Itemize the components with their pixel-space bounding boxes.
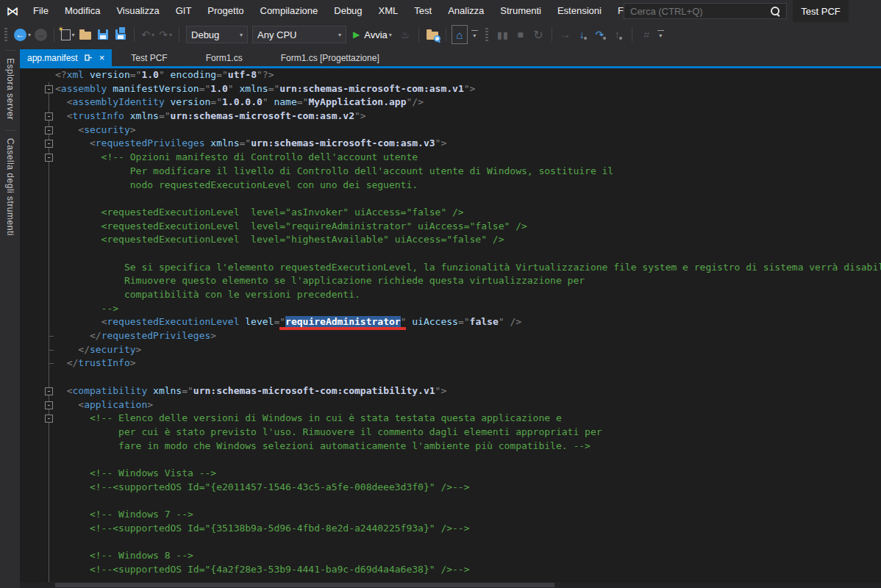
code-text: Per modificare il livello di Controllo d… [55, 165, 613, 179]
search-input[interactable] [624, 6, 770, 17]
hot-reload-button[interactable]: ♨ [397, 25, 413, 44]
stop-button[interactable]: ■ [513, 25, 529, 44]
step-out-button[interactable]: ↑ [610, 25, 627, 44]
code-token: urn:schemas-microsoft-com:compatibility.… [193, 385, 435, 396]
code-token: "?> [257, 69, 274, 80]
open-file-button[interactable] [77, 25, 93, 44]
pin-icon[interactable] [85, 54, 93, 62]
code-token: assembly [61, 83, 107, 94]
fold-collapse-icon[interactable]: - [45, 140, 53, 148]
menu-item-test[interactable]: Test [406, 0, 440, 22]
menu-item-estensioni[interactable]: Estensioni [549, 0, 610, 22]
close-icon[interactable]: × [99, 52, 105, 63]
menu-item-visualizza[interactable]: Visualizza [108, 0, 167, 22]
pause-button[interactable]: ▮▮ [495, 25, 511, 44]
tab-test-pcf[interactable]: Test PCF [112, 49, 186, 66]
code-token: " [263, 96, 268, 107]
save-all-button[interactable] [113, 25, 129, 44]
outlining-margin [20, 343, 55, 357]
chevron-down-icon: ▾ [72, 32, 75, 38]
code-text: </requestedPrivileges> [55, 329, 216, 343]
outlining-margin [20, 247, 55, 261]
quick-search-box[interactable] [624, 3, 787, 19]
toolbar-grip[interactable] [485, 28, 488, 41]
code-analysis-button[interactable]: ⌗ [638, 25, 654, 44]
save-button[interactable] [95, 25, 111, 44]
fold-collapse-icon[interactable]: - [45, 85, 53, 93]
code-token: nodo requestedExecutionLevel con uno dei… [55, 179, 418, 190]
navigate-back-button[interactable]: ← ▾ [14, 25, 31, 44]
outlining-margin [20, 288, 55, 302]
tab-form1-cs[interactable]: Form1.cs [187, 49, 262, 66]
account-button[interactable]: Test PCF [793, 0, 849, 22]
fold-collapse-icon[interactable]: - [45, 415, 53, 423]
new-project-button[interactable]: ▾ [60, 25, 76, 44]
fold-collapse-icon[interactable]: - [45, 112, 53, 121]
redo-button[interactable]: ↷ ▾ [157, 25, 174, 44]
toolbar-grip[interactable] [4, 28, 7, 41]
outlining-margin [20, 329, 55, 343]
restart-icon: ↻ [533, 28, 543, 42]
tab-app-manifest[interactable]: app.manifest× [20, 49, 112, 66]
search-icon[interactable] [770, 6, 780, 16]
menu-item-progetto[interactable]: Progetto [199, 0, 252, 22]
code-text: <assembly manifestVersion="1.0" xmlns="u… [55, 82, 475, 96]
solution-explorer-home-button[interactable]: ⌂ [452, 25, 468, 44]
menu-item-file[interactable]: File [25, 0, 57, 22]
restart-button[interactable]: ↻ [530, 25, 546, 44]
outlining-margin [20, 453, 55, 467]
toolbar-overflow-button[interactable]: ▾ [471, 30, 478, 39]
fold-collapse-icon[interactable]: - [45, 126, 53, 135]
code-token: </ [67, 357, 79, 368]
menu-item-strumenti[interactable]: Strumenti [492, 0, 549, 22]
code-token: =" [182, 385, 193, 396]
outlining-margin [20, 467, 55, 481]
continue-button[interactable]: → [557, 25, 574, 44]
code-token: =" [297, 96, 309, 107]
code-line: - <application> [20, 398, 881, 412]
selected-text: requireAdministrator [285, 316, 401, 330]
code-token: utf-8 [228, 69, 257, 80]
toolbar-separator [134, 27, 135, 42]
menu-item-debug[interactable]: Debug [326, 0, 370, 22]
step-over-button[interactable]: ↷ [593, 25, 609, 44]
menu-item-compilazione[interactable]: Compilazione [252, 0, 327, 22]
code-token: urn:schemas-microsoft-com:asm.v3 [251, 137, 435, 148]
navigate-forward-button[interactable]: → [32, 25, 49, 44]
code-text: <!--<supportedOS Id="{35138b9a-5d96-4fbd… [55, 522, 470, 536]
side-tab-casella-degli-strumenti[interactable]: Casella degli strumenti [5, 130, 15, 243]
code-line: <requestedExecutionLevel level="highestA… [20, 233, 881, 247]
solution-configuration-dropdown[interactable]: Debug ▾ [186, 26, 248, 43]
code-editor[interactable]: <?xml version="1.0" encoding="utf-8"?>-<… [20, 68, 881, 588]
scrollbar-thumb[interactable] [55, 583, 554, 587]
side-tab-esplora-server[interactable]: Esplora server [5, 50, 15, 127]
menu-item-modifica[interactable]: Modifica [57, 0, 108, 22]
horizontal-scrollbar[interactable] [20, 582, 881, 588]
undo-button[interactable]: ↶ ▾ [140, 25, 156, 44]
code-token: trustInfo [78, 357, 129, 368]
outlining-margin: - [20, 82, 55, 96]
code-token: name [274, 96, 296, 107]
code-token: "> [354, 110, 366, 121]
code-token: xmlns [210, 137, 239, 148]
chevron-down-icon: ▾ [151, 32, 154, 38]
menu-item-xml[interactable]: XML [371, 0, 407, 22]
tab-form1-cs-progettazione-[interactable]: Form1.cs [Progettazione] [262, 49, 399, 66]
fold-collapse-icon[interactable]: - [45, 401, 53, 409]
code-token: Se si specifica l'elemento requestedExec… [55, 262, 881, 273]
menu-item-git[interactable]: GIT [168, 0, 200, 22]
step-into-button[interactable]: ↓ [575, 25, 591, 44]
code-token [55, 399, 78, 410]
solution-platform-dropdown[interactable]: Any CPU ▾ [252, 26, 346, 43]
toolbar-overflow-button[interactable]: ▾ [657, 30, 664, 39]
find-in-files-button[interactable] [424, 25, 440, 44]
outlining-margin [20, 165, 55, 179]
outlining-margin [20, 192, 55, 206]
start-debugging-button[interactable]: ▶ Avvia ▾ [349, 25, 396, 44]
code-token: < [78, 124, 84, 135]
code-token: false [470, 316, 499, 327]
outlining-margin: - [20, 398, 55, 412]
fold-collapse-icon[interactable]: - [45, 154, 53, 162]
fold-collapse-icon[interactable]: - [45, 387, 53, 395]
menu-item-analizza[interactable]: Analizza [440, 0, 492, 22]
